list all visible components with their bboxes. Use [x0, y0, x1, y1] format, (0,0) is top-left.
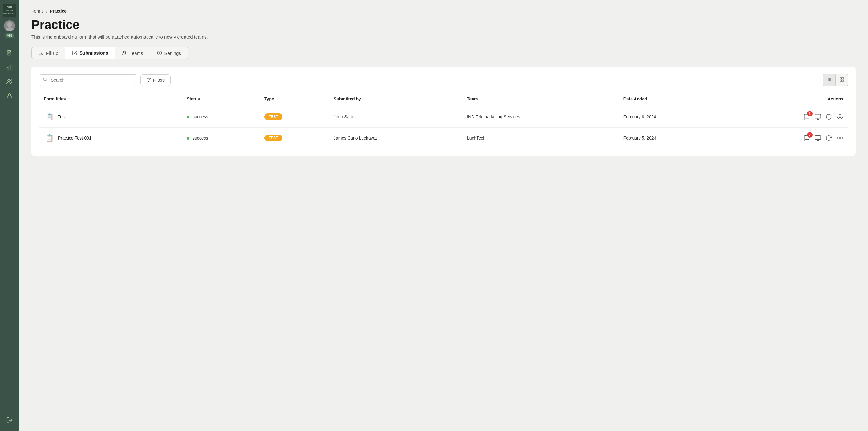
svg-point-17	[125, 52, 126, 52]
table-row: 📋 Test1 success TEST Jeon Sarion IND Tel…	[39, 106, 848, 127]
type-cell: TEST	[259, 106, 329, 127]
filters-button[interactable]: Filters	[141, 74, 170, 86]
svg-rect-8	[11, 65, 12, 70]
date-added-cell: February 5, 2024	[619, 127, 724, 149]
user-badge: VDI	[5, 33, 14, 38]
sidebar-logo-text: VDiVALUE DIRECT INC.	[3, 5, 16, 16]
svg-rect-28	[840, 78, 841, 79]
checkbox-icon	[72, 51, 77, 56]
sort-icon[interactable]: ↑	[68, 97, 70, 101]
list-view-button[interactable]	[823, 74, 836, 86]
svg-point-19	[43, 78, 46, 81]
sidebar: VDiVALUE DIRECT INC. VDI	[0, 0, 19, 431]
settings-tab-icon	[157, 51, 162, 56]
table-row: 📋 Practice-Test-001 success TEST James C…	[39, 127, 848, 149]
svg-point-16	[123, 52, 124, 53]
col-status: Status	[182, 92, 259, 106]
type-badge: TEST	[264, 135, 282, 142]
refresh-icon[interactable]	[826, 113, 832, 120]
submissions-table: Form titles ↑ Status Type Submitted by T…	[39, 92, 848, 149]
tab-settings[interactable]: Settings	[150, 47, 188, 59]
view-toggle	[823, 74, 848, 86]
col-form-titles: Form titles ↑	[39, 92, 182, 106]
svg-point-11	[8, 94, 10, 96]
team-cell: IND Telemarketing Services	[462, 106, 619, 127]
desktop-icon[interactable]	[814, 113, 821, 120]
status-text: success	[192, 114, 208, 119]
page-title: Practice	[31, 18, 856, 32]
svg-point-0	[7, 22, 12, 27]
main-content: Forms / Practice Practice This is the on…	[19, 0, 868, 431]
view-icon[interactable]	[837, 113, 843, 120]
svg-rect-6	[7, 67, 8, 70]
chart-icon[interactable]	[3, 61, 16, 74]
form-name: Practice-Test-001	[58, 135, 91, 141]
avatar	[4, 20, 15, 31]
list-view-icon	[827, 77, 832, 82]
breadcrumb: Forms / Practice	[31, 9, 856, 13]
svg-rect-36	[815, 135, 820, 140]
tab-submissions[interactable]: Submissions	[65, 47, 115, 59]
breadcrumb-forms-link[interactable]: Forms	[31, 9, 44, 13]
svg-point-39	[839, 137, 841, 139]
comments-icon[interactable]: 3	[803, 113, 810, 120]
col-submitted-by: Submitted by	[329, 92, 462, 106]
edit-icon	[38, 51, 43, 56]
actions-cell: 3	[724, 106, 848, 127]
svg-point-18	[159, 52, 160, 54]
svg-line-20	[46, 81, 47, 81]
divider-1	[5, 44, 14, 44]
comments-icon[interactable]: 2	[803, 135, 810, 142]
table-header-row: Form titles ↑ Status Type Submitted by T…	[39, 92, 848, 106]
svg-rect-31	[842, 80, 844, 81]
svg-marker-21	[147, 78, 151, 82]
sidebar-logo: VDiVALUE DIRECT INC.	[3, 4, 16, 17]
logout-icon[interactable]	[3, 414, 16, 427]
status-cell: success	[182, 106, 259, 127]
svg-point-35	[839, 116, 841, 118]
submitted-by-cell: James Carlo Luchavez	[329, 127, 462, 149]
team-icon[interactable]	[3, 75, 16, 88]
tab-fill-up[interactable]: Fill up	[31, 47, 65, 59]
search-input[interactable]	[39, 74, 137, 86]
status-dot	[187, 116, 189, 118]
user-icon[interactable]	[3, 89, 16, 102]
form-doc-icon: 📋	[44, 132, 55, 144]
col-date-added: Date Added	[619, 92, 724, 106]
svg-rect-7	[9, 66, 10, 70]
search-icon	[42, 77, 48, 83]
filter-icon	[146, 78, 151, 82]
svg-rect-29	[842, 78, 844, 79]
actions-cell: 2	[724, 127, 848, 149]
team-cell: LuchTech	[462, 127, 619, 149]
status-cell: success	[182, 127, 259, 149]
breadcrumb-current: Practice	[50, 9, 66, 13]
search-bar: Filters	[39, 74, 848, 86]
svg-rect-32	[815, 114, 820, 118]
view-icon[interactable]	[837, 135, 843, 142]
type-badge: TEST	[264, 113, 282, 120]
table-container: Filters Form titles ↑ Status	[31, 66, 856, 156]
form-doc-icon: 📋	[44, 111, 55, 122]
col-actions: Actions	[724, 92, 848, 106]
grid-view-icon	[839, 77, 844, 82]
teams-tab-icon	[122, 51, 127, 56]
form-name: Test1	[58, 114, 68, 119]
desktop-icon[interactable]	[814, 135, 821, 142]
form-title-cell: 📋 Test1	[39, 106, 182, 127]
svg-point-10	[10, 80, 12, 81]
status-text: success	[192, 135, 208, 141]
document-icon[interactable]	[3, 47, 16, 60]
type-cell: TEST	[259, 127, 329, 149]
tab-bar: Fill up Submissions Teams Settings	[31, 47, 856, 59]
grid-view-button[interactable]	[836, 74, 848, 86]
comment-badge: 2	[807, 132, 812, 138]
submitted-by-cell: Jeon Sarion	[329, 106, 462, 127]
form-title-cell: 📋 Practice-Test-001	[39, 127, 182, 149]
svg-point-1	[5, 27, 13, 31]
refresh-icon[interactable]	[826, 135, 832, 142]
col-team: Team	[462, 92, 619, 106]
svg-point-9	[8, 80, 9, 81]
date-added-cell: February 8, 2024	[619, 106, 724, 127]
tab-teams[interactable]: Teams	[115, 47, 150, 59]
